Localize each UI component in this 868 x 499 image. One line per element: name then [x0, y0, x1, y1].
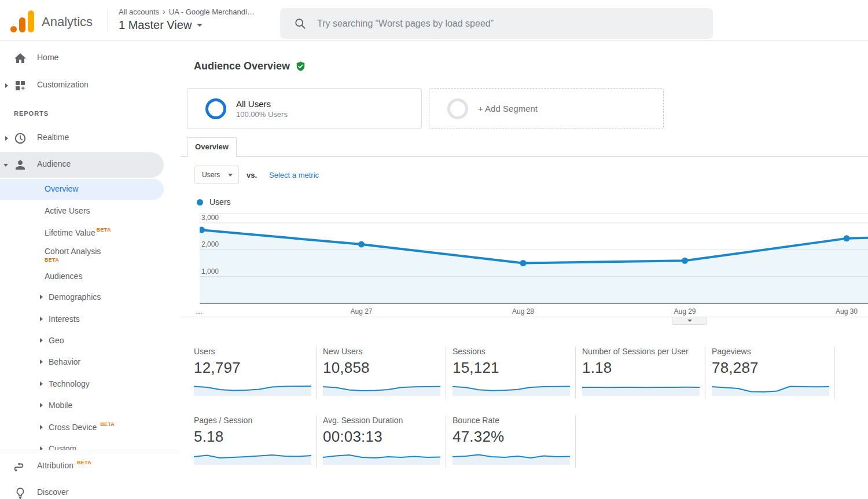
metric-label: Number of Sessions per User — [582, 347, 705, 356]
sidebar-item-label: Home — [37, 53, 58, 62]
sidebar-item-label: Discover — [37, 487, 68, 497]
sparkline-chart — [453, 380, 570, 396]
sidebar: Home Customization REPORTS Realtime Audi… — [0, 41, 181, 499]
shield-check-icon — [295, 61, 306, 72]
metric-value: 15,121 — [453, 359, 575, 377]
sidebar-bottom-section: Attribution BETA Discover — [0, 450, 181, 499]
segment-card-all-users[interactable]: All Users 100.00% Users — [187, 88, 422, 129]
search-bar[interactable] — [280, 8, 713, 39]
metric-selector-dropdown[interactable]: Users — [194, 166, 239, 184]
view-selector[interactable]: 1 Master View — [119, 19, 255, 32]
sidebar-item-lifetime-value[interactable]: Lifetime ValueBETA — [0, 223, 181, 244]
tab-overview[interactable]: Overview — [187, 137, 237, 157]
sidebar-item-label: Demographics — [49, 292, 101, 302]
search-icon — [294, 17, 307, 30]
metric-selector-value: Users — [202, 171, 220, 179]
person-icon — [13, 158, 27, 172]
sidebar-item-label: Active Users — [45, 206, 90, 215]
chart-collapse-button[interactable] — [672, 317, 707, 325]
beta-badge: BETA — [45, 257, 59, 263]
sidebar-item-cohort-analysis[interactable]: Cohort Analysis BETA — [0, 241, 181, 269]
metric-pages-per-session: Pages / Session 5.18 — [194, 416, 317, 468]
breadcrumb-all-accounts[interactable]: All accounts — [119, 8, 159, 16]
account-switcher[interactable]: All accounts › UA - Google Merchandi… 1 … — [119, 7, 255, 32]
beta-badge: BETA — [100, 421, 115, 427]
app-header: Analytics All accounts › UA - Google Mer… — [0, 0, 868, 41]
metric-label: Avg. Session Duration — [323, 416, 446, 425]
page-title: Audience Overview — [194, 60, 290, 72]
segment-subtitle: 100.00% Users — [236, 110, 288, 119]
chevron-right-icon — [5, 83, 8, 88]
sidebar-item-label: Audience — [37, 159, 71, 168]
sparkline-chart — [453, 449, 570, 465]
chevron-right-icon — [40, 338, 43, 343]
breadcrumb-property[interactable]: UA - Google Merchandi… — [169, 8, 255, 16]
chevron-right-icon — [40, 381, 43, 386]
y-axis-tick: 2,000 — [201, 240, 219, 248]
metric-value: 12,797 — [194, 359, 316, 377]
metrics-row-1: Users 12,797 New Users 10,858 Sessions 1… — [194, 347, 835, 399]
sparkline-chart — [194, 380, 311, 396]
segment-radio-icon — [447, 98, 468, 119]
metric-users: Users 12,797 — [194, 347, 317, 399]
segment-radio-icon — [205, 98, 226, 119]
sidebar-item-customization[interactable]: Customization — [0, 75, 181, 97]
lightbulb-icon — [13, 486, 27, 499]
clock-icon — [13, 131, 27, 145]
sidebar-item-audiences[interactable]: Audiences — [0, 266, 181, 287]
sidebar-item-technology[interactable]: Technology — [0, 374, 181, 395]
sidebar-item-geo[interactable]: Geo — [0, 331, 181, 351]
x-axis-tick: Aug 30 — [821, 307, 868, 315]
metric-avg-session-duration: Avg. Session Duration 00:03:13 — [317, 416, 446, 468]
add-segment-card[interactable]: + Add Segment — [429, 88, 664, 129]
customization-icon — [13, 79, 27, 93]
sidebar-item-discover[interactable]: Discover — [0, 485, 181, 499]
chevron-right-icon — [40, 403, 43, 408]
chevron-down-icon — [3, 164, 8, 167]
sidebar-item-label: Behavior — [49, 357, 80, 366]
sidebar-item-mobile[interactable]: Mobile — [0, 395, 181, 416]
chart-footer-divider — [181, 317, 868, 317]
chevron-down-icon — [228, 174, 233, 177]
sidebar-item-label: Cohort Analysis — [45, 247, 101, 256]
sidebar-item-label: Mobile — [49, 401, 72, 410]
sidebar-item-audience[interactable]: Audience — [0, 152, 164, 178]
sidebar-item-cross-device[interactable]: Cross Device BETA — [0, 417, 181, 438]
metric-new-users: New Users 10,858 — [317, 347, 446, 399]
sidebar-item-overview[interactable]: Overview — [0, 179, 164, 200]
sidebar-item-label: Attribution — [37, 461, 73, 470]
sidebar-item-attribution[interactable]: Attribution BETA — [0, 458, 181, 475]
sidebar-item-behavior[interactable]: Behavior — [0, 352, 181, 373]
chevron-right-icon — [40, 425, 43, 430]
legend-dot-icon — [197, 199, 203, 206]
metric-value: 5.18 — [194, 428, 316, 446]
sparkline-chart — [582, 380, 700, 396]
metric-bounce-rate: Bounce Rate 47.32% — [446, 416, 576, 468]
sidebar-item-label: Realtime — [37, 133, 69, 142]
metric-value: 00:03:13 — [323, 428, 446, 446]
select-metric-link[interactable]: Select a metric — [269, 171, 319, 179]
metric-sessions-per-user: Number of Sessions per User 1.18 — [576, 347, 705, 399]
search-input[interactable] — [317, 19, 687, 29]
chevron-down-icon — [687, 320, 692, 322]
sidebar-item-demographics[interactable]: Demographics — [0, 287, 181, 308]
attribution-icon — [13, 460, 27, 474]
home-icon — [13, 52, 27, 65]
main-content: Audience Overview All Users 100.00% User… — [181, 41, 868, 499]
beta-badge: BETA — [97, 227, 111, 233]
metric-value: 47.32% — [453, 428, 575, 446]
sidebar-item-home[interactable]: Home — [0, 47, 181, 69]
vs-label: vs. — [247, 171, 257, 179]
sidebar-item-active-users[interactable]: Active Users — [0, 201, 181, 222]
analytics-logo[interactable]: Analytics — [10, 8, 93, 34]
metrics-row-2: Pages / Session 5.18 Avg. Session Durati… — [194, 416, 576, 468]
sidebar-item-realtime[interactable]: Realtime — [0, 127, 181, 149]
sparkline-chart — [712, 380, 829, 396]
chevron-right-icon — [5, 136, 8, 141]
sidebar-item-label: Overview — [45, 184, 78, 193]
breadcrumb: All accounts › UA - Google Merchandi… — [119, 7, 255, 16]
sidebar-item-interests[interactable]: Interests — [0, 309, 181, 330]
sparkline-chart — [194, 449, 311, 465]
metric-label: New Users — [323, 347, 446, 356]
x-axis-tick: … — [196, 307, 203, 315]
